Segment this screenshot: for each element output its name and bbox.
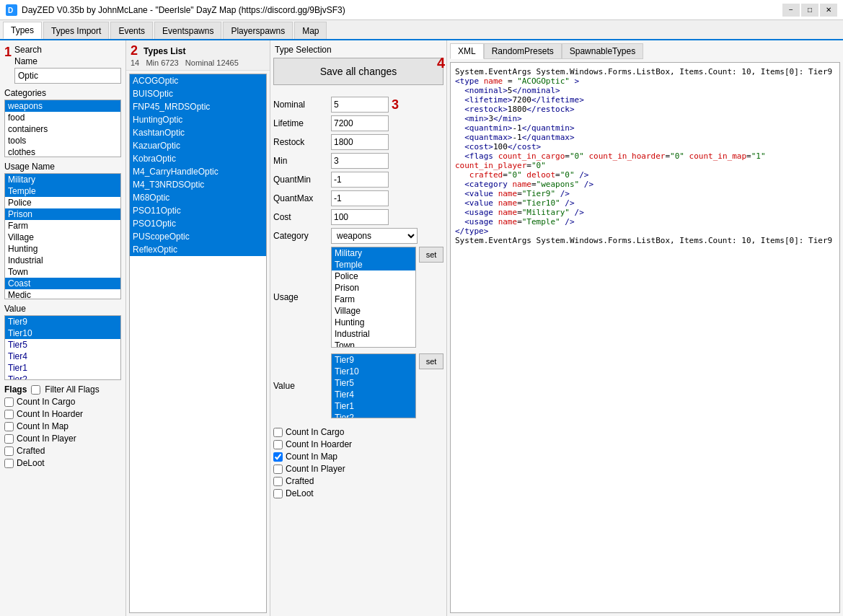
- type-item-kazuaroptic[interactable]: KazuarOptic: [130, 139, 266, 152]
- usage-set-button[interactable]: set: [419, 247, 443, 263]
- nominal-input[interactable]: [331, 97, 389, 113]
- ts-cargo-checkbox[interactable]: [273, 428, 283, 437]
- type-item-acogoptic[interactable]: ACOGOptic: [130, 74, 266, 87]
- category-select[interactable]: weapons food containers tools clothes ve…: [331, 228, 418, 244]
- usage-item-farm[interactable]: Farm: [5, 220, 120, 232]
- value-listbox-ts[interactable]: Tier9 Tier10 Tier5 Tier4 Tier1 Tier2 Tie…: [331, 353, 416, 418]
- ts-value-tier10[interactable]: Tier10: [332, 366, 415, 377]
- tab-map[interactable]: Map: [294, 22, 327, 39]
- type-item-fnp45mrdso[interactable]: FNP45_MRDSOptic: [130, 100, 266, 113]
- min-input[interactable]: [331, 153, 389, 169]
- value-set-button[interactable]: set: [419, 353, 443, 369]
- ts-hoarder-checkbox[interactable]: [273, 440, 283, 449]
- tab-types[interactable]: Types: [3, 22, 42, 39]
- value-item-tier2[interactable]: Tier2: [5, 374, 120, 380]
- quantmax-row: QuantMax: [273, 190, 443, 206]
- restock-input[interactable]: [331, 134, 389, 150]
- xml-tab-spawnable[interactable]: SpawnableTypes: [562, 43, 643, 59]
- ts-usage-prison[interactable]: Prison: [332, 282, 415, 294]
- ts-value-tier1[interactable]: Tier1: [332, 400, 415, 412]
- usage-item-medic[interactable]: Medic: [5, 289, 120, 299]
- ts-player-checkbox[interactable]: [273, 465, 283, 474]
- types-listbox[interactable]: ACOGOptic BUISOptic FNP45_MRDSOptic Hunt…: [129, 74, 267, 613]
- cost-input[interactable]: [331, 209, 389, 225]
- type-item-reflexoptic[interactable]: ReflexOptic: [130, 243, 266, 256]
- lifetime-input[interactable]: [331, 115, 389, 131]
- ts-value-tier4[interactable]: Tier4: [332, 389, 415, 400]
- type-item-buisoptic[interactable]: BUISOptic: [130, 87, 266, 100]
- flag-deloot-checkbox[interactable]: [4, 459, 14, 468]
- usage-item-town[interactable]: Town: [5, 266, 120, 278]
- flag-map-checkbox[interactable]: [4, 422, 14, 431]
- usage-item-prison[interactable]: Prison: [5, 208, 120, 220]
- flag-cargo-checkbox[interactable]: [4, 397, 14, 407]
- usage-item-police[interactable]: Police: [5, 197, 120, 208]
- nominal-row: Nominal 3: [273, 97, 443, 113]
- ts-crafted-checkbox[interactable]: [273, 477, 283, 486]
- category-item-food[interactable]: food: [5, 112, 120, 123]
- ts-value-tier5[interactable]: Tier5: [332, 377, 415, 389]
- value-item-tier1[interactable]: Tier1: [5, 362, 120, 374]
- type-item-m68optic[interactable]: M68Optic: [130, 191, 266, 204]
- type-item-m4t3optic[interactable]: M4_T3NRDSOptic: [130, 178, 266, 191]
- usage-item-temple[interactable]: Temple: [5, 185, 120, 197]
- usage-item-military[interactable]: Military: [5, 174, 120, 185]
- value-item-tier5[interactable]: Tier5: [5, 339, 120, 351]
- usage-item-coast[interactable]: Coast: [5, 278, 120, 289]
- category-item-containers[interactable]: containers: [5, 123, 120, 135]
- tab-eventspawns[interactable]: Eventspawns: [154, 22, 221, 39]
- flag-hoarder-checkbox[interactable]: [4, 410, 14, 419]
- type-item-pso1optic[interactable]: PSO1Optic: [130, 217, 266, 230]
- ts-usage-town[interactable]: Town: [332, 340, 415, 348]
- quantmin-input[interactable]: [331, 172, 389, 188]
- ts-usage-police[interactable]: Police: [332, 270, 415, 282]
- ts-map-checkbox[interactable]: [273, 452, 283, 462]
- categories-listbox[interactable]: weapons food containers tools clothes ve…: [4, 100, 121, 157]
- value-item-tier4[interactable]: Tier4: [5, 351, 120, 362]
- flag-map-label: Count In Map: [17, 421, 69, 431]
- type-item-puscopeoptic[interactable]: PUScopeOptic: [130, 230, 266, 243]
- type-item-kashtanoptic[interactable]: KashtanOptic: [130, 126, 266, 139]
- ts-usage-farm[interactable]: Farm: [332, 294, 415, 305]
- tab-events[interactable]: Events: [110, 22, 153, 39]
- name-input[interactable]: [14, 68, 121, 84]
- ts-value-tier2[interactable]: Tier2: [332, 412, 415, 418]
- type-item-kobraoptic[interactable]: KobraOptic: [130, 152, 266, 165]
- maximize-button[interactable]: □: [801, 4, 818, 17]
- ts-usage-industrial[interactable]: Industrial: [332, 328, 415, 340]
- filter-all-flags-checkbox[interactable]: [31, 385, 40, 395]
- usage-listbox[interactable]: Military Temple Police Prison Farm Villa…: [331, 247, 416, 348]
- ts-usage-hunting[interactable]: Hunting: [332, 317, 415, 328]
- minimize-button[interactable]: −: [782, 4, 800, 17]
- value-item-tier9[interactable]: Tier9: [5, 316, 120, 327]
- category-item-clothes[interactable]: clothes: [5, 146, 120, 157]
- xml-tab-randompresets[interactable]: RandomPresets: [484, 43, 562, 59]
- type-item-huntingoptic[interactable]: HuntingOptic: [130, 113, 266, 126]
- value-listbox[interactable]: Tier9 Tier10 Tier5 Tier4 Tier1 Tier2: [4, 315, 121, 380]
- ts-flag-cargo: Count In Cargo: [273, 427, 443, 437]
- ts-flag-deloot: DeLoot: [273, 488, 443, 498]
- type-item-pso11optic[interactable]: PSO11Optic: [130, 204, 266, 217]
- quantmax-input[interactable]: [331, 190, 389, 206]
- value-item-tier10[interactable]: Tier10: [5, 327, 120, 339]
- category-item-weapons[interactable]: weapons: [5, 100, 120, 112]
- type-item-m4carryoptic[interactable]: M4_CarryHandleOptic: [130, 165, 266, 178]
- save-all-changes-button[interactable]: Save all changes: [273, 58, 443, 85]
- ts-usage-village[interactable]: Village: [332, 305, 415, 317]
- usage-item-hunting[interactable]: Hunting: [5, 243, 120, 255]
- flag-player-checkbox[interactable]: [4, 434, 14, 444]
- usage-name-listbox[interactable]: Military Temple Police Prison Farm Villa…: [4, 173, 121, 299]
- ts-usage-military[interactable]: Military: [332, 247, 415, 259]
- flag-crafted-checkbox[interactable]: [4, 446, 14, 456]
- tab-types-import[interactable]: Types Import: [43, 22, 109, 39]
- ts-value-tier9[interactable]: Tier9: [332, 354, 415, 366]
- close-button[interactable]: ✕: [820, 4, 837, 17]
- usage-item-industrial[interactable]: Industrial: [5, 255, 120, 266]
- ts-usage-temple[interactable]: Temple: [332, 259, 415, 270]
- category-item-tools[interactable]: tools: [5, 135, 120, 146]
- xml-tab-xml[interactable]: XML: [450, 43, 484, 59]
- usage-item-village[interactable]: Village: [5, 232, 120, 243]
- ts-deloot-checkbox[interactable]: [273, 489, 283, 498]
- ts-player-label: Count In Player: [286, 464, 345, 474]
- tab-playerspawns[interactable]: Playerspawns: [223, 22, 293, 39]
